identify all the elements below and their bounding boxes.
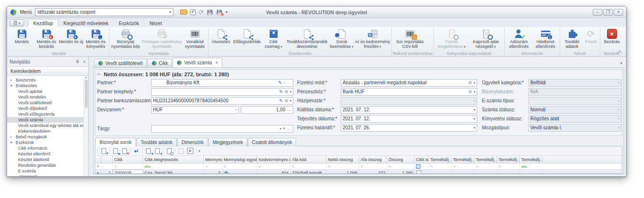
tree-item-vevoi-elolegszamla[interactable]: Vevői előlegszámla (7, 111, 83, 117)
copy-rows-menu-icon[interactable] (145, 148, 152, 154)
col-osszeg[interactable]: Összeg (387, 156, 415, 163)
chevron-down-icon[interactable]: ▾ (290, 99, 291, 102)
clear-x-icon[interactable]: × (283, 126, 285, 131)
clear-icon[interactable]: ⊗ (468, 81, 472, 85)
ar-kedvezmeny-frissites-button[interactable]: Ár és kedvezmény frissítés (354, 27, 390, 50)
chevron-down-icon[interactable]: ▾ (473, 81, 475, 84)
tree-item-eszkozok[interactable]: ▾Eszközök (7, 140, 83, 145)
filter-mennyiseg[interactable]: = (204, 163, 222, 169)
close-window-button[interactable]: × (614, 9, 623, 16)
bezaras-button[interactable]: × Bezárás (601, 27, 622, 50)
tree-item-cikk-informacio[interactable]: Cikk információ (7, 145, 83, 151)
cell-afa-kod[interactable]: 27%Belf termék (290, 170, 327, 173)
cell-netto[interactable]: 1 008 (327, 170, 359, 173)
tree-item-belso-mozgasok[interactable]: ▸Belső mozgások (7, 134, 83, 140)
tree-item-keszlet-attekinto[interactable]: Készlet áttekintő (7, 157, 83, 162)
chevron-right-icon[interactable]: ▸ (10, 78, 16, 82)
edit-pencil-icon[interactable]: ✎ (279, 90, 283, 94)
col-cikk-te[interactable]: Cikk te... (415, 156, 429, 163)
tab-csatolt-allomanyok[interactable]: Csatolt állományok (248, 138, 296, 146)
menu-button[interactable]: Menü (18, 9, 33, 15)
cell-termekdij-3[interactable] (474, 170, 497, 173)
elolegszamlak-button[interactable]: Előlegszámlák (232, 27, 262, 50)
tab-bizonylat-sorok[interactable]: Bizonylat sorok (95, 138, 136, 146)
filter-termekdij-3[interactable]: = (474, 163, 497, 169)
teljesites-datuma-field[interactable]: 2021. 07. 12. ▾ (341, 115, 477, 123)
filter-termekdij-2[interactable]: = (452, 163, 474, 169)
file-button[interactable]: ▾ (10, 19, 24, 27)
cell-mennyiseg[interactable]: 2 (204, 170, 222, 173)
filter-termekdij-4[interactable]: = (497, 163, 520, 169)
tab-overflow-caret-icon[interactable]: ▾ (620, 61, 624, 67)
adoszam-ellenorzes-button[interactable]: Adószám ellenőrzés (506, 27, 532, 50)
pin-icon[interactable] (75, 59, 80, 64)
chevron-down-icon[interactable]: ▾ (10, 84, 16, 88)
validate-checkbox-icon[interactable] (190, 9, 196, 15)
refresh-icon[interactable]: ⟳ (199, 9, 204, 15)
ellipsis-icon[interactable]: … (287, 126, 291, 131)
toolbar-overflow-caret-icon[interactable]: ▾ (199, 149, 200, 153)
edit-pencil-icon[interactable]: ✎ (278, 81, 282, 85)
restore-button[interactable]: ❐ (603, 9, 613, 16)
mentes-es-konyveles-button[interactable]: Mentés és könyvelés (83, 27, 108, 50)
vonalkod-nyomtatas-button[interactable]: Vonalkód nyomtatás (182, 27, 207, 50)
chevron-right-icon[interactable]: ▸ (10, 135, 16, 139)
cell-megnevezes[interactable]: Csa_TesztCikk (143, 170, 204, 173)
cell-termekdij-5[interactable] (520, 170, 543, 173)
scroll-thumb[interactable] (85, 80, 88, 108)
scroll-up-icon[interactable]: ▲ (85, 76, 88, 79)
cell-osszeg[interactable]: 1 280 (387, 170, 415, 173)
chevron-down-icon[interactable]: ▾ (10, 141, 16, 144)
filter-osszeg[interactable]: = (387, 163, 415, 169)
chevron-down-icon[interactable]: ▾ (473, 108, 475, 111)
tree-item-e-szamla[interactable]: E-számla (7, 168, 83, 174)
penzeszkoz-field[interactable]: Bank HUF ⊗ ▾ (341, 88, 477, 96)
tree-item-vevoi-ajanlat[interactable]: Vevői ajánlat (7, 89, 83, 94)
clear-icon[interactable]: ⊗ (284, 90, 288, 94)
chevron-down-icon[interactable]: ▾ (473, 126, 475, 129)
sidebar-close-icon[interactable]: × (83, 59, 86, 64)
filter-netto[interactable]: = (327, 163, 359, 169)
col-afa-kod[interactable]: Áfa kód (290, 156, 327, 163)
delete-row-icon[interactable] (121, 148, 128, 154)
tree-item-vevoi-rendeles[interactable]: Vevői rendelés (7, 94, 83, 100)
ribbon-tab-nezet[interactable]: Nézet (145, 19, 167, 27)
col-mennyiseg[interactable]: Mennyiség (204, 156, 222, 163)
tab-dimenziok[interactable]: Dimenziók (177, 138, 208, 146)
ellipsis-icon[interactable]: … (287, 108, 291, 112)
filter-megnevezes[interactable]: abc (143, 163, 204, 169)
cell-egyseg[interactable]: db (222, 170, 257, 173)
chevron-down-icon[interactable]: ▾ (473, 90, 475, 93)
add-row-icon[interactable] (100, 148, 107, 154)
filter-egyseg[interactable]: = (222, 163, 257, 169)
filter-termekdij-1[interactable]: = (429, 163, 452, 169)
tree-item-vevoi-szamla[interactable]: Vevői számla (7, 117, 83, 123)
mentes-es-bezaras-button[interactable]: Mentés és bezárás (34, 27, 59, 50)
targy-field[interactable]: ▾ × … (151, 125, 293, 133)
tree-scrollbar[interactable]: ▲ (83, 76, 88, 176)
cell-termekdij-1[interactable] (429, 170, 452, 173)
col-kedvezmenyes-ar[interactable]: Kedvezményes ár (257, 156, 290, 163)
tree-item-komissio[interactable]: ▸Komissió (7, 174, 83, 176)
partner-telephely-field[interactable]: ✎ ⊗ ▾ (151, 88, 293, 96)
filter-cikk[interactable]: = (113, 163, 143, 169)
chevron-right-icon[interactable]: ▸ (15, 175, 20, 176)
tree-item-ertekesites[interactable]: ▾Értékesítés (7, 83, 83, 89)
cikk-csomag-button[interactable]: Cikk csomag (262, 27, 285, 50)
checkbox-unchecked[interactable] (417, 171, 421, 173)
sidebar-section-kereskedelem[interactable]: Kereskedelem (7, 66, 88, 76)
ribbon-tab-eszkozok[interactable]: Eszközök (114, 19, 145, 27)
preview-row-icon[interactable] (166, 148, 172, 154)
profile-combo[interactable]: Időszaki számlázás csoport ▾ (35, 8, 173, 16)
move-row-icon[interactable]: ↵ (133, 148, 140, 154)
keyboard-icon[interactable] (180, 9, 187, 15)
sorok-beemelese-button[interactable]: Sorok beemelése (329, 27, 354, 50)
save-icon[interactable] (207, 9, 213, 16)
col-termekdij-2[interactable]: Termékdíj ... (452, 156, 474, 163)
expand-grid-icon[interactable]: + (187, 148, 193, 154)
cell-termekdij-4[interactable] (497, 170, 520, 173)
col-megnevezes[interactable]: Cikk.Megnevezés (143, 156, 204, 163)
col-netto-osszeg[interactable]: Nettó összeg (327, 156, 359, 163)
tree-item-kiskereskedelem[interactable]: Kiskereskedelem (7, 128, 83, 134)
devizanem-field[interactable]: HUF ▾ (151, 106, 239, 114)
